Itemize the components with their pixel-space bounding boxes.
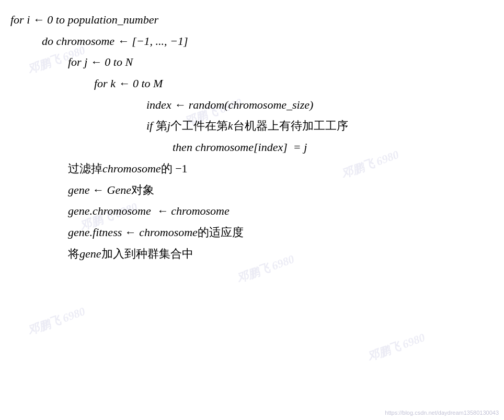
line-8: 过滤掉chromosome的 −1 (10, 158, 494, 180)
pseudocode-block: for i ← 0 to population_number do chromo… (0, 0, 504, 274)
line-11: gene.fitness ← chromosome的适应度 (10, 222, 494, 243)
line-8-text: 过滤掉chromosome的 −1 (68, 158, 188, 180)
line-4-text: for k ← 0 to M (94, 73, 163, 95)
line-6-text: if 第j个工件在第k台机器上有待加工工序 (146, 115, 348, 137)
watermark: 邓鹏飞 6980 (25, 304, 87, 339)
line-10-text: gene.chromosome ← chromosome (68, 201, 230, 222)
watermark: 邓鹏飞 6980 (365, 330, 427, 365)
line-2-text: do chromosome ← [−1, ..., −1] (42, 31, 188, 52)
line-11-text: gene.fitness ← chromosome的适应度 (68, 222, 244, 243)
line-1-text: for i ← 0 to population_number (10, 9, 158, 31)
line-9: gene ← Gene对象 (10, 180, 494, 201)
line-3: for j ← 0 to N (10, 52, 494, 73)
line-5: index ← random(chromosome_size) (10, 95, 494, 116)
line-6: if 第j个工件在第k台机器上有待加工工序 (10, 115, 494, 137)
line-1: for i ← 0 to population_number (10, 9, 494, 31)
line-12-text: 将gene加入到种群集合中 (68, 243, 193, 265)
line-12: 将gene加入到种群集合中 (10, 243, 494, 265)
line-10: gene.chromosome ← chromosome (10, 201, 494, 222)
url-watermark: https://blog.csdn.net/daydream1358013004… (385, 410, 499, 416)
line-3-text: for j ← 0 to N (68, 52, 133, 73)
line-5-text: index ← random(chromosome_size) (146, 95, 313, 116)
line-7: then chromosome[index] = j (10, 137, 494, 158)
line-2: do chromosome ← [−1, ..., −1] (10, 31, 494, 52)
line-7-text: then chromosome[index] = j (173, 137, 307, 158)
line-4: for k ← 0 to M (10, 73, 494, 95)
line-9-text: gene ← Gene对象 (68, 180, 154, 201)
